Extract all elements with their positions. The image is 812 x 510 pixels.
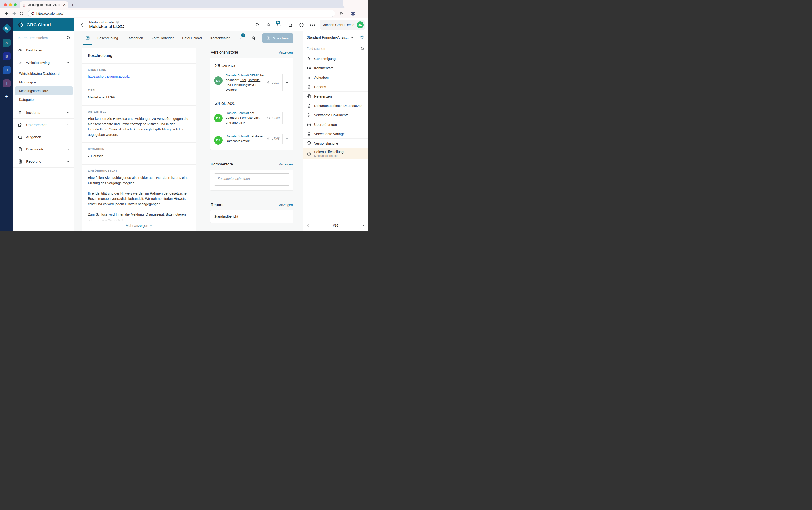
back-icon[interactable]	[80, 22, 85, 28]
browser-back-icon[interactable]	[3, 10, 10, 17]
browser-menu-icon[interactable]	[358, 10, 365, 17]
url-bar[interactable]: https://akarion.app/	[28, 10, 335, 17]
page-header: Meldungsformular Meldekanal LkSG 9+ Akar…	[75, 18, 369, 31]
sidebar-item-whistleblowing[interactable]: Whistleblowing	[13, 56, 74, 68]
notifications-bell-icon[interactable]	[288, 22, 293, 28]
panel-item-dokumente-dieses-datensatzes[interactable]: Dokumente dieses Datensatzes	[303, 101, 369, 110]
sidebar-item-dashboard[interactable]: Dashboard	[13, 44, 74, 56]
maximize-window-icon[interactable]	[13, 3, 17, 6]
untertitel-value: Hier können Sie Hinweise und Meldungen z…	[88, 116, 190, 137]
short-link[interactable]: https://short.akarion.app/xfzj	[88, 75, 130, 78]
user-link[interactable]: Daniela Schmidt DEMO	[226, 74, 259, 77]
version-group-date: 26Feb 2024	[214, 59, 289, 70]
tab-kontaktdaten[interactable]: Kontaktdaten	[206, 36, 234, 40]
comment-input[interactable]	[214, 173, 289, 186]
workspace-rail: WABDI+	[0, 18, 13, 231]
workspace-b[interactable]: B	[3, 52, 11, 60]
tasks-icon[interactable]: 9+	[277, 22, 282, 28]
tab-datei-upload[interactable]: Datei Upload	[178, 36, 206, 40]
save-button[interactable]: Speichern	[262, 33, 293, 43]
help-hint-icon[interactable]	[116, 21, 119, 24]
clock-icon	[267, 81, 270, 84]
sidebar-item-dokumente[interactable]: Dokumente	[13, 143, 74, 155]
account-menu[interactable]: Akarion GmbH Demo JC	[320, 20, 365, 30]
short-link-section: SHORT LINK https://short.akarion.app/xfz…	[82, 63, 196, 84]
assistant-bot-icon[interactable]	[266, 22, 271, 28]
workspace-a[interactable]: A	[3, 38, 11, 47]
profile-icon[interactable]	[350, 10, 356, 17]
sidebar-subitem-kategorien[interactable]: Kategorien	[15, 95, 73, 104]
tab-kategorien[interactable]: Kategorien	[122, 36, 147, 40]
tab-beschreibung[interactable]: Beschreibung	[93, 36, 122, 40]
add-workspace-button[interactable]: +	[5, 93, 8, 100]
show-more-link[interactable]: Mehr anzeigen	[88, 224, 190, 227]
close-window-icon[interactable]	[4, 3, 7, 6]
record-tabs: BeschreibungKategorienFormularfelderDate…	[75, 31, 302, 45]
browser-forward-icon[interactable]	[11, 10, 18, 17]
new-tab-button[interactable]: +	[68, 2, 77, 8]
chevron-down-icon[interactable]	[351, 36, 354, 39]
panel-item-reports[interactable]: Reports	[303, 82, 369, 92]
reports-show-link[interactable]: Anzeigen	[279, 203, 293, 207]
tab-close-icon[interactable]: ✕	[62, 3, 66, 7]
report-icon	[18, 159, 23, 164]
tab-overview-icon[interactable]	[82, 31, 93, 45]
sidebar-subitem-meldungen[interactable]: Meldungen	[15, 78, 73, 86]
panel-item-versionshistorie[interactable]: Versionshistorie	[303, 139, 369, 148]
intro-section: EINFÜHRUNGSTEXT Bitte füllen Sie nachfol…	[82, 164, 196, 231]
sidebar-subitem-meldungsformulare[interactable]: Meldungsformulare	[15, 86, 73, 95]
field-search-input[interactable]	[307, 47, 358, 51]
extensions-icon[interactable]	[338, 10, 344, 17]
expand-entry-icon[interactable]	[285, 81, 289, 85]
panel-item-verwandte-dokumente[interactable]: Verwandte Dokumente	[303, 110, 369, 120]
favorite-star-icon[interactable]	[359, 35, 365, 40]
global-search-icon[interactable]	[255, 22, 260, 27]
minimize-window-icon[interactable]	[9, 3, 12, 6]
more-tabs-menu-icon[interactable]: 1	[234, 36, 246, 40]
view-selector[interactable]: Standard Formular-Ansic...	[307, 35, 349, 39]
panel-item-aufgaben[interactable]: Aufgaben	[303, 73, 369, 82]
workspace-d[interactable]: D	[3, 66, 11, 74]
panel-item-verwendete-vorlage[interactable]: Verwendete Vorlage	[303, 129, 369, 139]
delete-record-icon[interactable]	[251, 36, 256, 41]
expand-entry-icon[interactable]	[285, 116, 289, 120]
user-link[interactable]: Daniela Schmidt	[226, 135, 249, 138]
workspace-w[interactable]: W	[2, 24, 11, 33]
browser-tab[interactable]: Meldungsformular | Akarion G ✕	[20, 1, 68, 8]
workspace-i[interactable]: I	[3, 80, 11, 87]
panel-item-berpr-fungen[interactable]: Überprüfungen	[303, 120, 369, 129]
expand-entry-icon[interactable]	[285, 137, 289, 141]
comments-show-link[interactable]: Anzeigen	[279, 162, 293, 166]
feature-search[interactable]	[13, 31, 74, 44]
feature-search-input[interactable]	[18, 36, 64, 40]
window-controls[interactable]	[0, 3, 20, 8]
browser-toolbar: https://akarion.app/	[0, 8, 369, 18]
tab-formularfelder[interactable]: Formularfelder	[147, 36, 178, 40]
chevron-down-icon	[66, 123, 70, 127]
file-icon	[18, 147, 23, 152]
sidebar-item-aufgaben[interactable]: Aufgaben	[13, 131, 74, 143]
report-item[interactable]: Standardbericht	[214, 215, 238, 218]
comments-card	[210, 170, 293, 190]
sidebar-item-unternehmen[interactable]: Unternehmen	[13, 119, 74, 131]
avatar: DS	[214, 76, 223, 85]
help-icon[interactable]	[299, 22, 304, 28]
panel-item-genehmigung[interactable]: Genehmigung	[303, 54, 369, 63]
settings-gear-icon[interactable]	[310, 22, 315, 28]
browser-tabstrip: Meldungsformular | Akarion G ✕ +	[0, 0, 369, 8]
url-favicon	[31, 12, 34, 15]
field-search[interactable]	[303, 43, 369, 54]
sidebar-item-incidents[interactable]: Incidents	[13, 107, 74, 119]
sidebar-item-reporting[interactable]: Reporting	[13, 155, 74, 168]
panel-item-seiten-hilfestellung[interactable]: Seiten-HilfestellungMeldungsformulare	[303, 148, 369, 159]
whistle-icon	[18, 60, 23, 65]
grc-logo-icon	[18, 22, 24, 28]
version-history-show-link[interactable]: Anzeigen	[279, 51, 293, 54]
sidebar-subitem-whistleblowing-dashboard[interactable]: Whistleblowing-Dashboard	[15, 69, 73, 78]
browser-refresh-icon[interactable]	[18, 10, 25, 17]
panel-item-kommentare[interactable]: Kommentare	[303, 63, 369, 73]
next-record-icon[interactable]	[361, 224, 365, 227]
user-link[interactable]: Daniela Schmidt	[226, 111, 249, 115]
panel-item-referenzen[interactable]: Referenzen	[303, 92, 369, 101]
previous-record-icon[interactable]	[306, 224, 310, 227]
